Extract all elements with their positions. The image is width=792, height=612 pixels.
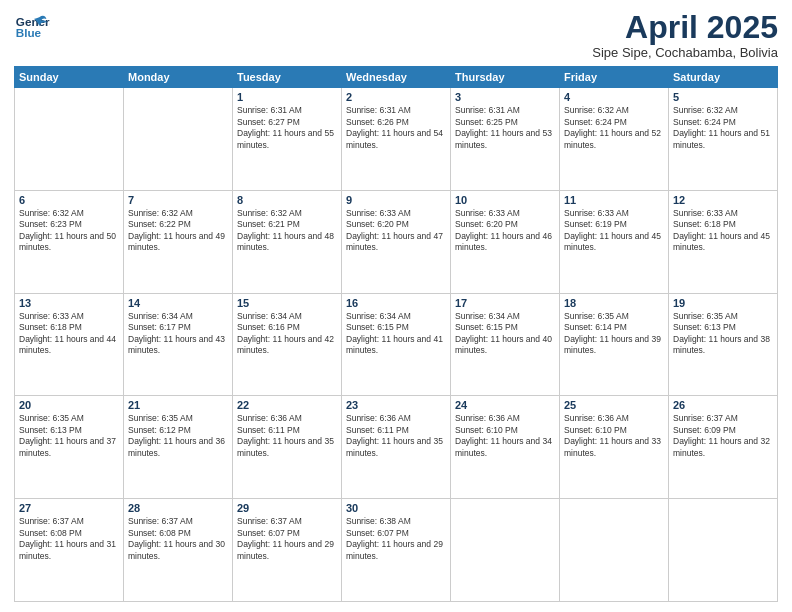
day-info: Sunrise: 6:35 AM Sunset: 6:13 PM Dayligh… xyxy=(19,413,119,459)
svg-text:Blue: Blue xyxy=(16,26,42,39)
day-number: 22 xyxy=(237,399,337,411)
day-info: Sunrise: 6:32 AM Sunset: 6:24 PM Dayligh… xyxy=(564,105,664,151)
day-info: Sunrise: 6:37 AM Sunset: 6:09 PM Dayligh… xyxy=(673,413,773,459)
day-cell: 26Sunrise: 6:37 AM Sunset: 6:09 PM Dayli… xyxy=(669,396,778,499)
day-number: 16 xyxy=(346,297,446,309)
day-cell: 10Sunrise: 6:33 AM Sunset: 6:20 PM Dayli… xyxy=(451,190,560,293)
day-info: Sunrise: 6:37 AM Sunset: 6:08 PM Dayligh… xyxy=(128,516,228,562)
day-info: Sunrise: 6:36 AM Sunset: 6:10 PM Dayligh… xyxy=(455,413,555,459)
day-info: Sunrise: 6:35 AM Sunset: 6:14 PM Dayligh… xyxy=(564,311,664,357)
day-number: 15 xyxy=(237,297,337,309)
day-cell: 15Sunrise: 6:34 AM Sunset: 6:16 PM Dayli… xyxy=(233,293,342,396)
day-info: Sunrise: 6:32 AM Sunset: 6:21 PM Dayligh… xyxy=(237,208,337,254)
week-row-3: 13Sunrise: 6:33 AM Sunset: 6:18 PM Dayli… xyxy=(15,293,778,396)
day-info: Sunrise: 6:33 AM Sunset: 6:18 PM Dayligh… xyxy=(673,208,773,254)
day-cell: 14Sunrise: 6:34 AM Sunset: 6:17 PM Dayli… xyxy=(124,293,233,396)
day-cell: 17Sunrise: 6:34 AM Sunset: 6:15 PM Dayli… xyxy=(451,293,560,396)
day-number: 3 xyxy=(455,91,555,103)
day-number: 12 xyxy=(673,194,773,206)
day-cell: 4Sunrise: 6:32 AM Sunset: 6:24 PM Daylig… xyxy=(560,88,669,191)
month-title: April 2025 xyxy=(592,10,778,45)
day-cell: 29Sunrise: 6:37 AM Sunset: 6:07 PM Dayli… xyxy=(233,499,342,602)
day-cell: 12Sunrise: 6:33 AM Sunset: 6:18 PM Dayli… xyxy=(669,190,778,293)
day-info: Sunrise: 6:33 AM Sunset: 6:19 PM Dayligh… xyxy=(564,208,664,254)
day-cell: 20Sunrise: 6:35 AM Sunset: 6:13 PM Dayli… xyxy=(15,396,124,499)
day-cell: 18Sunrise: 6:35 AM Sunset: 6:14 PM Dayli… xyxy=(560,293,669,396)
day-number: 11 xyxy=(564,194,664,206)
day-cell: 6Sunrise: 6:32 AM Sunset: 6:23 PM Daylig… xyxy=(15,190,124,293)
day-cell: 23Sunrise: 6:36 AM Sunset: 6:11 PM Dayli… xyxy=(342,396,451,499)
day-info: Sunrise: 6:33 AM Sunset: 6:18 PM Dayligh… xyxy=(19,311,119,357)
day-number: 2 xyxy=(346,91,446,103)
day-number: 6 xyxy=(19,194,119,206)
day-info: Sunrise: 6:34 AM Sunset: 6:15 PM Dayligh… xyxy=(455,311,555,357)
day-cell: 2Sunrise: 6:31 AM Sunset: 6:26 PM Daylig… xyxy=(342,88,451,191)
day-number: 7 xyxy=(128,194,228,206)
day-number: 5 xyxy=(673,91,773,103)
day-number: 20 xyxy=(19,399,119,411)
day-info: Sunrise: 6:31 AM Sunset: 6:26 PM Dayligh… xyxy=(346,105,446,151)
day-cell: 22Sunrise: 6:36 AM Sunset: 6:11 PM Dayli… xyxy=(233,396,342,499)
day-number: 9 xyxy=(346,194,446,206)
col-wednesday: Wednesday xyxy=(342,67,451,88)
day-number: 19 xyxy=(673,297,773,309)
col-sunday: Sunday xyxy=(15,67,124,88)
day-cell: 9Sunrise: 6:33 AM Sunset: 6:20 PM Daylig… xyxy=(342,190,451,293)
day-info: Sunrise: 6:36 AM Sunset: 6:10 PM Dayligh… xyxy=(564,413,664,459)
day-cell: 28Sunrise: 6:37 AM Sunset: 6:08 PM Dayli… xyxy=(124,499,233,602)
day-cell: 11Sunrise: 6:33 AM Sunset: 6:19 PM Dayli… xyxy=(560,190,669,293)
day-info: Sunrise: 6:37 AM Sunset: 6:07 PM Dayligh… xyxy=(237,516,337,562)
day-number: 21 xyxy=(128,399,228,411)
day-number: 24 xyxy=(455,399,555,411)
subtitle: Sipe Sipe, Cochabamba, Bolivia xyxy=(592,45,778,60)
day-info: Sunrise: 6:37 AM Sunset: 6:08 PM Dayligh… xyxy=(19,516,119,562)
header: General Blue April 2025 Sipe Sipe, Cocha… xyxy=(14,10,778,60)
week-row-5: 27Sunrise: 6:37 AM Sunset: 6:08 PM Dayli… xyxy=(15,499,778,602)
day-number: 17 xyxy=(455,297,555,309)
day-info: Sunrise: 6:32 AM Sunset: 6:23 PM Dayligh… xyxy=(19,208,119,254)
calendar: Sunday Monday Tuesday Wednesday Thursday… xyxy=(14,66,778,602)
title-block: April 2025 Sipe Sipe, Cochabamba, Bolivi… xyxy=(592,10,778,60)
day-info: Sunrise: 6:31 AM Sunset: 6:27 PM Dayligh… xyxy=(237,105,337,151)
day-number: 10 xyxy=(455,194,555,206)
day-cell: 25Sunrise: 6:36 AM Sunset: 6:10 PM Dayli… xyxy=(560,396,669,499)
day-number: 30 xyxy=(346,502,446,514)
day-cell: 24Sunrise: 6:36 AM Sunset: 6:10 PM Dayli… xyxy=(451,396,560,499)
week-row-2: 6Sunrise: 6:32 AM Sunset: 6:23 PM Daylig… xyxy=(15,190,778,293)
day-cell: 16Sunrise: 6:34 AM Sunset: 6:15 PM Dayli… xyxy=(342,293,451,396)
day-info: Sunrise: 6:33 AM Sunset: 6:20 PM Dayligh… xyxy=(346,208,446,254)
day-cell xyxy=(560,499,669,602)
day-info: Sunrise: 6:34 AM Sunset: 6:16 PM Dayligh… xyxy=(237,311,337,357)
day-cell xyxy=(451,499,560,602)
day-number: 27 xyxy=(19,502,119,514)
day-number: 18 xyxy=(564,297,664,309)
col-thursday: Thursday xyxy=(451,67,560,88)
col-friday: Friday xyxy=(560,67,669,88)
day-info: Sunrise: 6:35 AM Sunset: 6:12 PM Dayligh… xyxy=(128,413,228,459)
logo: General Blue xyxy=(14,10,50,46)
day-info: Sunrise: 6:32 AM Sunset: 6:22 PM Dayligh… xyxy=(128,208,228,254)
col-tuesday: Tuesday xyxy=(233,67,342,88)
col-monday: Monday xyxy=(124,67,233,88)
day-info: Sunrise: 6:32 AM Sunset: 6:24 PM Dayligh… xyxy=(673,105,773,151)
header-row: Sunday Monday Tuesday Wednesday Thursday… xyxy=(15,67,778,88)
day-cell xyxy=(669,499,778,602)
day-cell: 5Sunrise: 6:32 AM Sunset: 6:24 PM Daylig… xyxy=(669,88,778,191)
day-cell: 13Sunrise: 6:33 AM Sunset: 6:18 PM Dayli… xyxy=(15,293,124,396)
col-saturday: Saturday xyxy=(669,67,778,88)
day-info: Sunrise: 6:33 AM Sunset: 6:20 PM Dayligh… xyxy=(455,208,555,254)
day-number: 25 xyxy=(564,399,664,411)
logo-icon: General Blue xyxy=(14,10,50,46)
day-cell: 3Sunrise: 6:31 AM Sunset: 6:25 PM Daylig… xyxy=(451,88,560,191)
day-number: 4 xyxy=(564,91,664,103)
week-row-1: 1Sunrise: 6:31 AM Sunset: 6:27 PM Daylig… xyxy=(15,88,778,191)
day-number: 8 xyxy=(237,194,337,206)
day-info: Sunrise: 6:34 AM Sunset: 6:15 PM Dayligh… xyxy=(346,311,446,357)
day-info: Sunrise: 6:35 AM Sunset: 6:13 PM Dayligh… xyxy=(673,311,773,357)
day-cell: 1Sunrise: 6:31 AM Sunset: 6:27 PM Daylig… xyxy=(233,88,342,191)
day-number: 26 xyxy=(673,399,773,411)
day-number: 23 xyxy=(346,399,446,411)
day-cell: 7Sunrise: 6:32 AM Sunset: 6:22 PM Daylig… xyxy=(124,190,233,293)
day-number: 28 xyxy=(128,502,228,514)
week-row-4: 20Sunrise: 6:35 AM Sunset: 6:13 PM Dayli… xyxy=(15,396,778,499)
